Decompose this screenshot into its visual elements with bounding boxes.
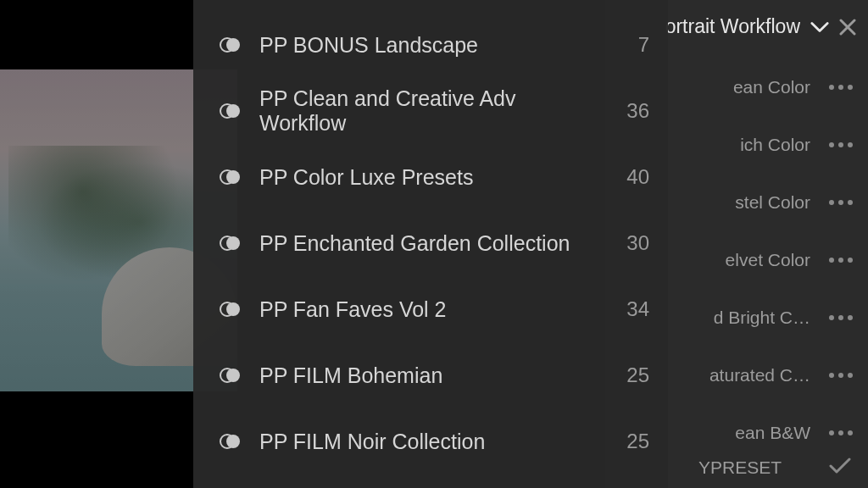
more-icon[interactable] [829,200,853,205]
preset-group-icon [219,364,241,386]
preset-group-item[interactable]: PP Clean and Creative Adv Workflow 36 [193,78,668,144]
chevron-down-icon[interactable] [810,21,829,33]
group-name: PP FILM Bohemian [259,363,600,388]
svg-point-7 [226,170,240,184]
group-name: PP Clean and Creative Adv Workflow [259,86,600,136]
preset-group-icon [219,100,241,122]
preset-group-item[interactable]: PP Enchanted Garden Collection 30 [193,210,668,276]
close-icon[interactable] [839,19,856,36]
more-icon[interactable] [829,430,853,435]
group-count: 25 [619,363,649,387]
svg-point-13 [226,369,240,382]
svg-point-5 [226,104,240,118]
preset-group-icon [219,430,241,452]
preset-group-item[interactable]: PP FILM Bohemian 25 [193,342,668,408]
group-count: 36 [619,99,649,123]
group-name: PP Color Luxe Presets [259,165,600,190]
svg-point-15 [226,435,240,448]
svg-point-11 [226,302,240,316]
group-count: 30 [619,231,649,255]
preset-group-item[interactable]: PP FILM Noir Collection 25 [193,408,668,474]
group-name: PP Fan Faves Vol 2 [259,297,600,322]
svg-point-3 [226,38,240,52]
more-icon[interactable] [829,373,853,378]
preset-group-icon [219,232,241,254]
more-icon[interactable] [829,85,853,90]
group-name: PP FILM Noir Collection [259,430,600,454]
preset-group-item[interactable]: PP Color Luxe Presets 40 [193,144,668,210]
group-name: PP BONUS Landscape [259,33,600,58]
group-count: 7 [619,33,649,57]
bottom-row: YPRESET [698,458,851,478]
group-count: 34 [619,297,649,321]
check-icon[interactable] [829,458,851,474]
svg-point-9 [226,236,240,250]
bottom-preset-label: YPRESET [698,458,782,478]
more-icon[interactable] [829,315,853,320]
more-icon[interactable] [829,142,853,147]
group-count: 40 [619,165,649,189]
preset-group-icon [219,298,241,320]
group-count: 25 [619,430,649,453]
panel-title: ortrait Workflow [665,15,800,38]
preset-group-item[interactable]: PP Fan Faves Vol 2 34 [193,276,668,342]
group-name: PP Enchanted Garden Collection [259,231,600,256]
preset-groups-popover[interactable]: PP BONUS Landscape 7 PP Clean and Creati… [193,0,668,488]
preset-group-item[interactable]: PP BONUS Landscape 7 [193,12,668,78]
preset-group-icon [219,34,241,56]
more-icon[interactable] [829,258,853,263]
preset-group-icon [219,166,241,188]
